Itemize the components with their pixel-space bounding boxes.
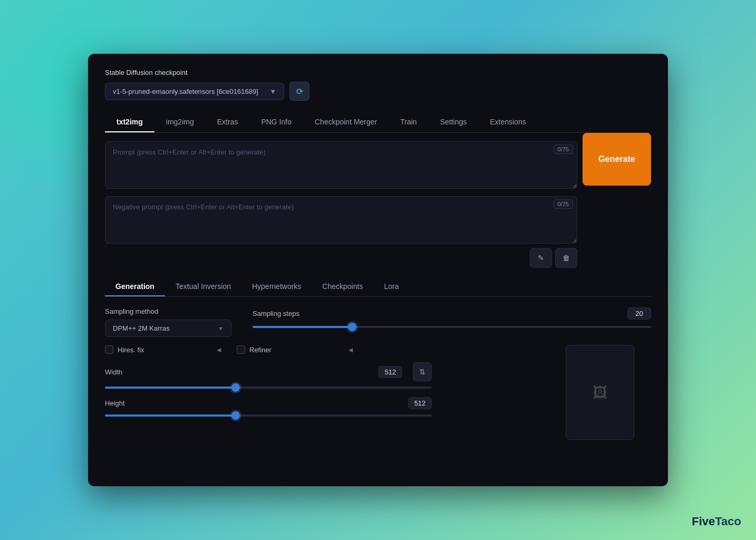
trash-button[interactable]: 🗑 [555,248,577,268]
bottom-icon-row: ✎ 🗑 [105,248,577,268]
height-group: Height 512 [105,397,432,417]
hires-fix-label: Hires. fix [118,346,144,354]
tab-png-info[interactable]: PNG Info [249,112,303,132]
sampling-method-group: Sampling method DPM++ 2M Karras ▼ [105,307,231,337]
gen-tab-textual-inversion[interactable]: Textual Inversion [165,277,241,296]
sampling-steps-group: Sampling steps 20 [253,307,651,328]
width-label: Width [105,368,122,376]
hires-fix-checkbox[interactable] [105,345,113,354]
tab-extras[interactable]: Extras [206,112,250,132]
generation-tabs: Generation Textual Inversion Hypernetwor… [105,277,651,297]
brand-five: Five [692,515,715,528]
width-slider[interactable] [105,387,432,389]
tab-train[interactable]: Train [389,112,428,132]
prompts-area: 0/75 0/75 ✎ 🗑 [105,133,651,268]
refiner-checkbox[interactable] [237,345,245,354]
tab-extensions[interactable]: Extensions [478,112,537,132]
hires-fix-collapse-icon[interactable]: ◀ [217,346,221,353]
trash-icon: 🗑 [563,254,570,262]
height-slider[interactable] [105,414,432,417]
main-window: Stable Diffusion checkpoint v1-5-pruned-… [88,54,668,486]
swap-icon: ⇅ [419,368,425,376]
refresh-checkpoint-button[interactable]: ⟳ [289,82,309,101]
tab-img2img[interactable]: img2img [154,112,206,132]
sampling-row: Sampling method DPM++ 2M Karras ▼ Sampli… [105,307,651,337]
sampling-steps-label: Sampling steps [253,310,299,317]
checkpoint-label: Stable Diffusion checkpoint [105,69,651,76]
chevron-down-icon: ▼ [269,88,276,95]
nav-tabs: txt2img img2img Extras PNG Info Checkpoi… [105,112,651,133]
refiner-item[interactable]: Refiner ◀ [237,345,353,354]
prompts-column: 0/75 0/75 ✎ 🗑 [105,133,577,268]
negative-prompt-counter: 0/75 [554,199,573,209]
sampling-method-value: DPM++ 2M Karras [113,324,170,332]
refresh-icon: ⟳ [296,86,303,97]
pencil-icon: ✎ [538,254,544,262]
content-wrapper: Stable Diffusion checkpoint v1-5-pruned-… [105,69,651,471]
slider-fill [253,326,352,328]
refiner-collapse-icon[interactable]: ◀ [348,346,353,353]
refiner-label: Refiner [249,346,272,354]
negative-prompt-textarea[interactable] [105,196,577,244]
width-slider-thumb [231,383,240,392]
gen-tab-generation[interactable]: Generation [105,277,165,296]
dropdown-arrow-icon: ▼ [218,325,224,332]
height-slider-thumb [231,411,240,420]
positive-prompt-section: 0/75 [105,141,577,191]
swap-dimensions-button[interactable]: ⇅ [413,362,432,381]
sampling-steps-slider[interactable] [253,326,651,328]
image-preview-area: 🖼 [566,345,634,440]
edit-button[interactable]: ✎ [530,248,552,268]
tab-checkpoint-merger[interactable]: Checkpoint Merger [303,112,389,132]
generate-button[interactable]: Generate [583,133,651,186]
tab-settings[interactable]: Settings [429,112,479,132]
image-placeholder-icon: 🖼 [593,384,607,401]
prompt-counter: 0/75 [554,144,573,154]
brand-taco: Taco [715,515,741,528]
slider-thumb [348,323,356,331]
gen-tab-lora[interactable]: Lora [373,277,409,296]
checkpoint-select[interactable]: v1-5-pruned-emaonly.safetensors [6ce0161… [105,83,284,100]
sampling-steps-value[interactable]: 20 [627,307,651,320]
checkpoint-row: v1-5-pruned-emaonly.safetensors [6ce0161… [105,82,651,101]
width-value[interactable]: 512 [379,366,402,378]
steps-header: Sampling steps 20 [253,307,651,320]
sampling-method-label: Sampling method [105,307,231,315]
right-actions-panel: Generate [583,133,651,186]
prompt-textarea[interactable] [105,141,577,189]
gen-tab-hypernetworks[interactable]: Hypernetworks [241,277,312,296]
height-value[interactable]: 512 [408,397,432,409]
hires-fix-item[interactable]: Hires. fix ◀ [105,345,221,354]
width-group: Width 512 ⇅ [105,362,432,389]
width-header-row: Width 512 ⇅ [105,362,432,381]
tab-txt2img[interactable]: txt2img [105,112,154,132]
gen-tab-checkpoints[interactable]: Checkpoints [312,277,373,296]
height-header-row: Height 512 [105,397,432,409]
negative-prompt-section: 0/75 [105,196,577,246]
checkpoint-value: v1-5-pruned-emaonly.safetensors [6ce0161… [113,88,258,95]
sampling-method-select[interactable]: DPM++ 2M Karras ▼ [105,320,231,337]
branding: FiveTaco [692,515,741,528]
width-slider-fill [105,387,236,389]
height-slider-fill [105,414,236,417]
height-label: Height [105,399,125,407]
